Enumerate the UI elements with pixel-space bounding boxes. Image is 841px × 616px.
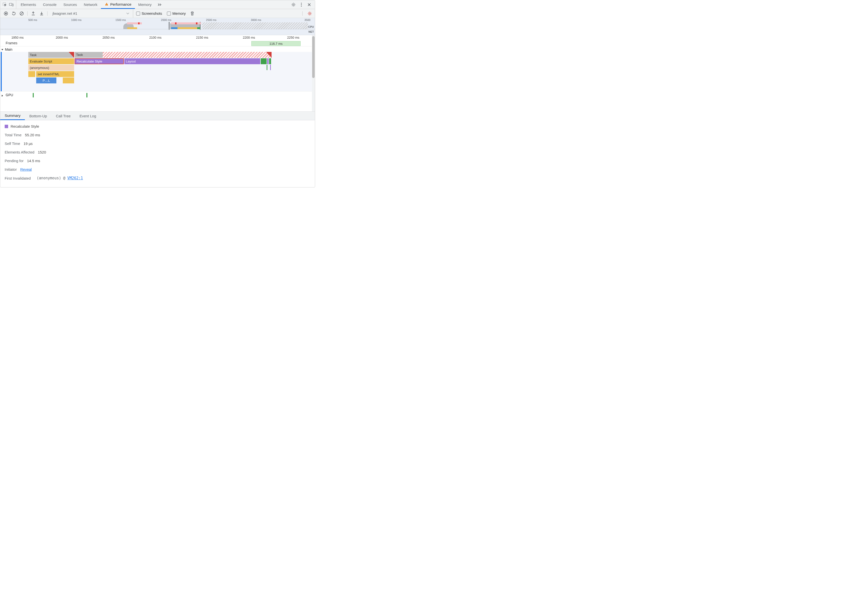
main-track-label: Main [5,47,12,51]
svg-line-13 [292,6,293,6]
frames-track: Frames 116.7 ms [0,41,312,47]
summary-value: 19 µs [24,141,33,146]
event-color-swatch [5,125,8,128]
detail-tab-bottom-up[interactable]: Bottom-Up [25,112,51,120]
summary-value: 55.20 ms [25,133,40,137]
svg-line-33 [311,14,311,15]
kebab-menu-icon[interactable] [299,3,304,7]
recording-select-label: jlwagner.net #1 [53,11,77,16]
svg-line-35 [309,14,309,15]
tab-label: Memory [138,3,151,7]
task-block[interactable]: Task [28,52,74,58]
script-chip[interactable] [28,71,35,77]
parse-html-block[interactable]: P…L [36,78,56,84]
screenshots-checkbox[interactable]: Screenshots [134,11,164,16]
summary-key: Total Time [5,133,21,137]
reveal-link[interactable]: Reveal [20,167,32,172]
svg-line-34 [311,12,311,13]
vertical-scrollbar[interactable] [312,35,315,111]
download-profile-icon[interactable] [40,11,44,16]
tab-performance[interactable]: Performance [101,0,135,9]
svg-line-32 [309,12,309,13]
set-innerhtml-block[interactable]: set innerHTML [36,71,74,77]
trash-icon[interactable] [190,11,194,16]
gpu-label: GPU [6,93,13,97]
chevron-down-icon [126,11,130,16]
frame-block[interactable]: 116.7 ms [251,41,301,46]
frames-label: Frames [6,41,17,45]
svg-point-14 [301,3,301,3]
main-track-header[interactable]: Main [0,47,312,52]
layout-block[interactable]: Layout [124,58,260,64]
detail-tab-event-log[interactable]: Event Log [75,112,101,120]
svg-point-5 [293,4,294,6]
summary-key: Initiator [5,167,17,172]
stack-source-link[interactable]: VM262:1 [68,176,83,180]
summary-value: 14.5 ms [27,159,40,163]
paint-block[interactable] [261,58,267,64]
anonymous-block[interactable]: (anonymous) [28,65,74,70]
summary-key: Pending for [5,159,24,163]
settings-gear-icon[interactable] [291,3,296,7]
svg-line-12 [294,3,295,4]
tab-elements[interactable]: Elements [17,0,40,9]
svg-point-20 [5,13,7,14]
disclosure-triangle-icon [1,49,3,50]
script-chip[interactable] [63,78,74,84]
gpu-tick [87,93,87,97]
long-task-block[interactable]: Task [75,52,272,58]
memory-checkbox[interactable]: Memory [165,11,188,16]
summary-key: Elements Affected [5,150,34,154]
separator [302,11,303,16]
summary-key: Self Time [5,141,20,146]
checkbox-label: Screenshots [141,11,162,16]
gpu-track[interactable]: GPU [0,91,312,100]
tab-console[interactable]: Console [40,0,60,9]
main-thread-flame: Task Task Evaluate Script Recalculate St… [1,52,312,91]
summary-title: Recalculate Style [10,124,39,128]
tab-memory[interactable]: Memory [135,0,155,9]
tab-label: Elements [21,3,36,7]
close-icon[interactable] [307,3,312,7]
clear-icon[interactable] [19,11,24,16]
detail-tab-summary[interactable]: Summary [0,112,25,120]
detail-tab-call-tree[interactable]: Call Tree [51,112,75,120]
svg-point-16 [301,6,301,6]
inspect-element-icon[interactable] [3,3,7,7]
svg-point-15 [301,4,301,5]
checkbox-label: Memory [172,11,186,16]
capture-settings-gear-icon[interactable] [307,11,312,16]
warning-icon [104,2,109,6]
overview-pane[interactable]: 500 ms 1000 ms 1500 ms 2000 ms 2500 ms 3… [0,18,315,35]
tab-network[interactable]: Network [81,0,101,9]
summary-value: 1520 [38,150,46,154]
tabs-overflow[interactable] [155,0,165,9]
tab-sources[interactable]: Sources [60,0,81,9]
svg-rect-2 [12,4,13,6]
recording-select[interactable]: jlwagner.net #1 [50,9,133,18]
tab-label: Performance [110,2,131,6]
disclosure-triangle-icon [2,94,3,97]
gpu-tick [33,93,34,97]
tab-label: Network [84,3,97,7]
flame-chart[interactable]: 1950 ms 2000 ms 2050 ms 2100 ms 2150 ms … [0,35,312,111]
scrollbar-thumb[interactable] [312,36,315,78]
reload-icon[interactable] [12,11,16,16]
record-icon[interactable] [4,11,8,16]
stack-at: @ [63,176,65,180]
recalculate-style-block[interactable]: Recalculate Style [75,58,124,64]
checkbox-icon [167,12,171,16]
summary-panel: Recalculate Style Total Time 55.20 ms Se… [0,120,315,187]
separator [27,11,28,16]
svg-line-22 [21,12,23,15]
tab-label: Console [43,3,57,7]
frame-duration: 116.7 ms [269,42,282,45]
upload-profile-icon[interactable] [31,11,35,16]
svg-point-27 [309,13,310,14]
device-toolbar-icon[interactable] [9,3,13,7]
time-ruler: 1950 ms 2000 ms 2050 ms 2100 ms 2150 ms … [0,35,312,41]
svg-rect-1 [9,3,12,6]
svg-rect-3 [106,4,107,5]
tab-label: Sources [63,3,77,7]
evaluate-script-block[interactable]: Evaluate Script [28,58,74,64]
